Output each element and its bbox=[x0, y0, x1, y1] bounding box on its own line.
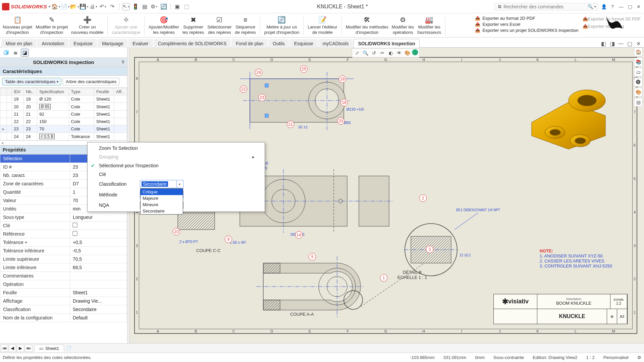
classification-select[interactable]: Secondaire▾CritiqueMajeureMineureSeconda… bbox=[140, 180, 183, 188]
col-header[interactable]: Feuille bbox=[94, 88, 114, 96]
panel-right-icon[interactable]: ◨ bbox=[608, 40, 616, 47]
taskpane-library-icon[interactable]: 📚 bbox=[634, 58, 643, 66]
ribbon-lancer-l-diteur[interactable]: 📝Lancer l'éditeurde modèle bbox=[306, 15, 338, 36]
panel-close-icon[interactable]: ✕ bbox=[635, 40, 642, 47]
prop-row[interactable]: Clé bbox=[0, 222, 127, 230]
balloon-19[interactable]: 19 bbox=[340, 99, 348, 106]
scene-icon[interactable] bbox=[412, 49, 418, 55]
prop-checkbox[interactable] bbox=[72, 223, 77, 227]
sheet-first-icon[interactable]: ⏮ bbox=[1, 345, 8, 352]
balloon-24[interactable]: 24 bbox=[255, 69, 262, 76]
sheet-tab[interactable]: ▭ Sheet1 bbox=[34, 345, 64, 352]
tab-esquisse[interactable]: Esquisse bbox=[69, 39, 97, 48]
tab-compl-ments-de-solidworks[interactable]: Compléments de SOLIDWORKS bbox=[154, 39, 231, 48]
balloon-22[interactable]: 22 bbox=[240, 85, 247, 93]
hide-show-icon[interactable]: 👁 bbox=[395, 49, 403, 57]
prop-row[interactable]: Limite supérieure70,5 bbox=[0, 255, 127, 263]
sheet-last-icon[interactable]: ⏭ bbox=[25, 345, 32, 352]
taskpane-home-icon[interactable]: 🏠 bbox=[634, 48, 643, 56]
taskpane-view-icon[interactable]: 🅥 bbox=[634, 78, 643, 86]
col-header[interactable]: Type bbox=[69, 88, 94, 96]
prop-value[interactable] bbox=[70, 230, 127, 238]
wireframe-icon[interactable]: ⬚ bbox=[183, 3, 191, 10]
chevron-down-icon[interactable]: ▾ bbox=[176, 180, 182, 188]
prop-checkbox[interactable] bbox=[72, 231, 77, 236]
dropdown-option[interactable]: Critique bbox=[141, 189, 183, 195]
prop-row[interactable]: Référence bbox=[0, 230, 127, 238]
new-file-icon[interactable]: 📄 bbox=[62, 3, 69, 10]
prop-row[interactable]: FeuilleSheet1 bbox=[0, 289, 127, 297]
refresh-icon[interactable]: 🔄 bbox=[160, 3, 167, 10]
panel-help-icon[interactable]: ? bbox=[121, 59, 124, 65]
balloon-2[interactable]: 2 bbox=[419, 194, 427, 202]
classification-dropdown[interactable]: CritiqueMajeureMineureSecondaire bbox=[140, 188, 183, 215]
balloon-25[interactable]: 25 bbox=[300, 65, 308, 73]
tab-marquage[interactable]: Marquage bbox=[98, 39, 127, 48]
list-icon[interactable]: ▤ bbox=[141, 3, 149, 10]
open-file-icon[interactable]: 📂 bbox=[71, 3, 78, 10]
prop-value[interactable]: Drawing Vie... bbox=[70, 297, 127, 305]
tab-evaluer[interactable]: Evaluer bbox=[128, 39, 153, 48]
balloon-21[interactable]: 21 bbox=[287, 121, 294, 128]
balloon-3[interactable]: 3 bbox=[426, 246, 433, 253]
sheet-next-icon[interactable]: ▶ bbox=[17, 345, 24, 352]
ribbon-modifier-le-projet[interactable]: ✎Modifier le projetd'inspection bbox=[34, 15, 69, 36]
prop-value[interactable]: Default bbox=[70, 314, 127, 322]
table-row[interactable]: 1919Ø 120CoteSheet1 bbox=[0, 96, 127, 103]
traffic-light-icon[interactable]: 🚦 bbox=[132, 3, 139, 10]
save-icon[interactable]: 💾 bbox=[80, 3, 88, 10]
export-action[interactable]: 📤Exporter vers un projet SOLIDWORKS Insp… bbox=[475, 27, 578, 33]
ribbon-mettre-jour-un[interactable]: 🔄Mettre à jour unprojet d'inspection bbox=[263, 15, 301, 36]
close-icon[interactable]: ✕ bbox=[635, 3, 642, 10]
col-header[interactable]: Nb.. bbox=[24, 88, 37, 96]
dropdown-option[interactable]: Mineure bbox=[141, 201, 183, 208]
status-custom[interactable]: Personnalisé bbox=[603, 355, 629, 360]
ribbon-nouveau-projet[interactable]: 📋Nouveau projetd'inspection bbox=[1, 15, 34, 36]
menu-s-lectionn-pour-l-inspection[interactable]: ✔Sélectionné pour l'inspection bbox=[88, 161, 265, 170]
subtab-1[interactable]: Arbre des caractéristiques bbox=[63, 78, 119, 85]
balloon-23[interactable]: 23 bbox=[258, 94, 266, 101]
print-icon[interactable]: 🖨 bbox=[90, 3, 97, 10]
panel-max-icon[interactable]: ▢ bbox=[626, 40, 633, 47]
fm-tree-icon[interactable]: 🧊 bbox=[2, 49, 10, 57]
export-action[interactable]: 📤Exporter au format 2D PDF bbox=[475, 15, 578, 21]
cursor-select-icon[interactable]: ↖ bbox=[122, 3, 130, 10]
prop-value[interactable]: Longueur bbox=[70, 213, 127, 222]
zoom-area-icon[interactable]: 🔍 bbox=[362, 49, 369, 57]
characteristics-table[interactable]: ID#Nb..SpécificationTypeFeuilleAff..1919… bbox=[0, 87, 127, 145]
menu-cl-[interactable]: Clé bbox=[88, 170, 265, 179]
col-header[interactable]: Spécification bbox=[37, 88, 69, 96]
appearance-icon[interactable]: 🎨 bbox=[404, 49, 411, 57]
undo-icon[interactable]: ↶ bbox=[99, 3, 107, 10]
prop-value[interactable]: Sheet1 bbox=[70, 289, 127, 297]
col-header[interactable] bbox=[7, 88, 12, 96]
prop-value[interactable] bbox=[70, 272, 127, 280]
prop-row[interactable]: Tolérance ++0,5 bbox=[0, 238, 127, 247]
taskpane-appearances-icon[interactable]: 🎨 bbox=[634, 88, 643, 97]
balloon-9[interactable]: 9 bbox=[225, 236, 232, 243]
prop-row[interactable]: Sous-typeLongueur bbox=[0, 213, 127, 222]
gear-icon[interactable]: ⚙ bbox=[151, 3, 158, 10]
export-action[interactable]: 📤Exporter vers Excel bbox=[475, 21, 578, 27]
fm-prop-icon[interactable]: ≣ bbox=[11, 49, 19, 57]
tab-mycadtools[interactable]: myCADtools bbox=[318, 39, 353, 48]
prop-value[interactable]: Secondaire bbox=[70, 305, 127, 314]
dropdown-option[interactable]: Secondaire bbox=[141, 208, 183, 214]
ribbon-modifier-les-m-thodes[interactable]: 🛠Modifier les méthodesd'inspection bbox=[344, 15, 390, 36]
tab-esquisse[interactable]: Esquisse bbox=[290, 39, 318, 48]
balloon-1[interactable]: 1 bbox=[380, 274, 387, 282]
command-search[interactable]: ⧉ 🔍 ▾ bbox=[494, 3, 598, 10]
ribbon-modifier-les[interactable]: 🏭Modifier lesfournisseurs bbox=[416, 15, 442, 36]
col-header[interactable] bbox=[0, 88, 7, 96]
prop-value[interactable]: 70,5 bbox=[70, 255, 127, 263]
section-icon[interactable]: ✂ bbox=[379, 49, 386, 57]
home-icon[interactable]: 🏠 bbox=[52, 3, 60, 10]
tab-outils[interactable]: Outils bbox=[268, 39, 289, 48]
panel-left-icon[interactable]: ◧ bbox=[600, 40, 607, 47]
ribbon-modifier-les[interactable]: ⚙Modifier lesopérations bbox=[390, 15, 415, 36]
tab-fond-de-plan[interactable]: Fond de plan bbox=[231, 39, 268, 48]
ribbon-s-lectionner[interactable]: ☑Sélectionnerdes repères bbox=[206, 15, 233, 36]
fm-inspection-icon[interactable]: ◪ bbox=[21, 49, 29, 57]
ribbon-ajouter-modifier[interactable]: 🎯Ajouter/Modifierles repères bbox=[147, 15, 180, 36]
add-sheet-icon[interactable]: 📄 bbox=[66, 346, 71, 351]
